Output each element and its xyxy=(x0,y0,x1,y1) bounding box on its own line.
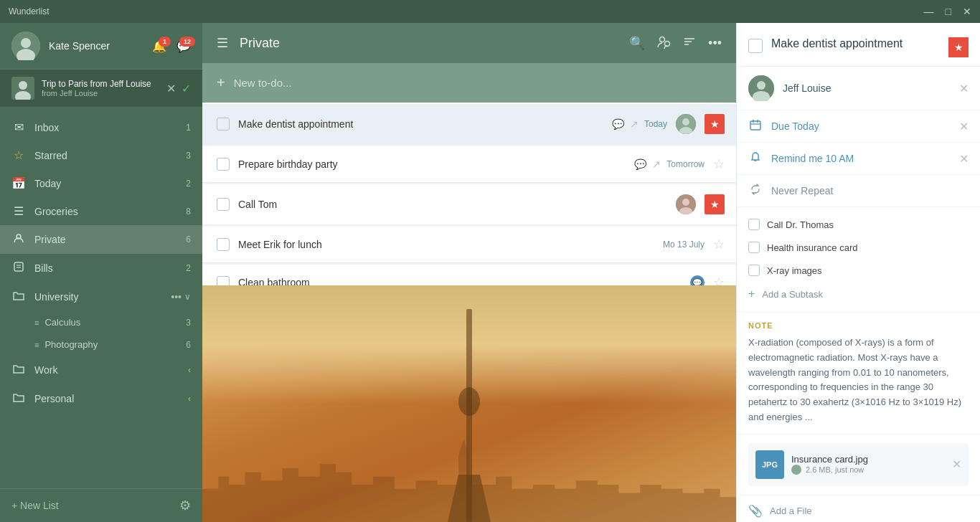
subtask-checkbox[interactable] xyxy=(748,265,760,276)
bills-label: Bills xyxy=(34,262,177,274)
add-file-label: Add a File xyxy=(770,506,812,516)
task-star-button[interactable]: ☆ xyxy=(713,237,725,252)
subtask-checkbox[interactable] xyxy=(748,242,760,253)
personal-folder-icon xyxy=(11,392,26,406)
note-label: NOTE xyxy=(748,321,969,330)
assign-icon[interactable] xyxy=(656,34,671,52)
task-row[interactable]: Meet Erik for lunch Mo 13 July ☆ xyxy=(202,227,736,263)
detail-remind-row[interactable]: Remind me 10 AM ✕ xyxy=(737,143,980,175)
attachment-size: 2.6 MB, just now xyxy=(806,465,864,474)
search-icon[interactable]: 🔍 xyxy=(629,35,645,51)
group-header-university[interactable]: University ••• ∨ xyxy=(0,283,202,311)
app-title: Wunderlist xyxy=(9,6,924,16)
attachment-close-button[interactable]: ✕ xyxy=(952,457,961,471)
add-subtask-button[interactable]: + Add a Subtask xyxy=(737,282,980,306)
task-star-flag[interactable]: ★ xyxy=(705,194,725,214)
inbox-label: Inbox xyxy=(34,122,177,133)
task-name: Call Tom xyxy=(238,199,659,210)
due-date-text: Due Today xyxy=(771,120,951,132)
sidebar-item-starred[interactable]: ☆ Starred 3 xyxy=(0,141,202,169)
settings-icon[interactable]: ⚙ xyxy=(179,498,191,513)
close-button[interactable]: ✕ xyxy=(963,6,971,17)
sidebar-item-bills[interactable]: Bills 2 xyxy=(0,254,202,283)
assigned-close-button[interactable]: ✕ xyxy=(959,82,969,95)
task-name: Meet Erik for lunch xyxy=(238,239,654,250)
sidebar-item-today[interactable]: 📅 Today 2 xyxy=(0,169,202,197)
inbox-count: 1 xyxy=(186,123,191,133)
new-list-button[interactable]: + New List xyxy=(11,500,179,511)
task-name: Make dentist appointment xyxy=(238,118,603,130)
university-group-actions: ••• ∨ xyxy=(171,291,191,303)
personal-label: Personal xyxy=(34,393,179,404)
detail-repeat-row[interactable]: Never Repeat xyxy=(737,175,980,207)
background-image xyxy=(202,285,736,522)
subtask-label: Call Dr. Thomas xyxy=(767,219,969,230)
minimize-button[interactable]: — xyxy=(924,6,934,17)
due-close-button[interactable]: ✕ xyxy=(959,120,969,133)
task-list: Make dentist appointment 💬 ↗ Today ★ xyxy=(202,104,736,301)
comment-icon: 💬 xyxy=(634,158,646,170)
calculus-list-icon: ≡ xyxy=(34,318,39,327)
remind-close-button[interactable]: ✕ xyxy=(959,152,969,166)
header-icons: 🔔 1 💬 12 xyxy=(152,39,191,53)
group-header-personal[interactable]: Personal ‹ xyxy=(0,384,202,413)
bell-remind-icon xyxy=(748,151,763,166)
notif-accept-button[interactable]: ✓ xyxy=(182,82,191,95)
bills-nav-icon xyxy=(11,261,26,275)
task-date: Mo 13 July xyxy=(663,239,705,250)
today-label: Today xyxy=(34,178,177,189)
task-checkbox[interactable] xyxy=(217,238,230,251)
sidebar-item-groceries[interactable]: ☰ Groceries 8 xyxy=(0,197,202,225)
hamburger-icon[interactable]: ☰ xyxy=(217,35,228,51)
new-todo-area: + New to-do... xyxy=(202,63,736,103)
inbox-icon[interactable]: 💬 12 xyxy=(176,39,191,53)
more-icon[interactable]: ••• xyxy=(708,36,722,51)
photography-label: Photography xyxy=(44,339,180,350)
subtask-label: Health insurance card xyxy=(767,242,969,253)
detail-assigned: Jeff Louise ✕ xyxy=(737,67,980,110)
sort-icon[interactable] xyxy=(682,34,697,52)
repeat-icon xyxy=(748,184,763,198)
new-todo-button[interactable]: + New to-do... xyxy=(217,63,722,103)
task-star-flag[interactable]: ★ xyxy=(705,114,725,134)
task-row[interactable]: Make dentist appointment 💬 ↗ Today ★ xyxy=(202,104,736,145)
task-checkbox[interactable] xyxy=(217,118,230,130)
photography-count: 6 xyxy=(186,340,191,350)
university-chevron-icon[interactable]: ∨ xyxy=(184,292,191,302)
personal-chevron-icon[interactable]: ‹ xyxy=(188,394,191,404)
work-chevron-icon[interactable]: ‹ xyxy=(188,365,191,375)
university-more-icon[interactable]: ••• xyxy=(171,291,182,303)
svg-point-19 xyxy=(682,199,689,206)
detail-star-flag[interactable]: ★ xyxy=(948,37,969,57)
subtask-item: Call Dr. Thomas xyxy=(737,213,980,236)
groceries-count: 8 xyxy=(186,207,191,217)
sidebar-item-photography[interactable]: ≡ Photography 6 xyxy=(0,333,202,356)
bell-icon[interactable]: 🔔 1 xyxy=(152,39,166,53)
today-count: 2 xyxy=(186,179,191,189)
note-text[interactable]: X-radiation (composed of X-rays) is a fo… xyxy=(748,336,969,425)
groceries-label: Groceries xyxy=(34,206,177,217)
list-title: Private xyxy=(240,36,618,51)
group-header-work[interactable]: Work ‹ xyxy=(0,356,202,384)
task-row[interactable]: Call Tom ★ xyxy=(202,184,736,225)
new-todo-placeholder[interactable]: New to-do... xyxy=(234,77,292,89)
detail-task-checkbox[interactable] xyxy=(748,39,763,53)
notif-dismiss-button[interactable]: ✕ xyxy=(166,82,176,95)
maximize-button[interactable]: □ xyxy=(946,6,951,17)
private-label: Private xyxy=(34,234,177,245)
task-star-button[interactable]: ☆ xyxy=(713,156,725,172)
window-controls: — □ ✕ xyxy=(924,6,971,17)
sidebar-item-inbox[interactable]: ✉ Inbox 1 xyxy=(0,113,202,141)
subtask-checkbox[interactable] xyxy=(748,219,760,230)
main-content: ☰ Private 🔍 ••• xyxy=(202,23,736,522)
task-checkbox[interactable] xyxy=(217,158,230,171)
user-name: Kate Spencer xyxy=(49,40,143,52)
groceries-nav-icon: ☰ xyxy=(11,204,26,218)
attachment-section: JPG Insurance card.jpg 2.6 MB, just now … xyxy=(737,435,980,495)
sidebar-item-private[interactable]: Private 6 xyxy=(0,225,202,254)
task-checkbox[interactable] xyxy=(217,198,230,211)
add-file-button[interactable]: 📎 Add a File xyxy=(737,495,980,522)
task-row[interactable]: Prepare birthday party 💬 ↗ Tomorrow ☆ xyxy=(202,146,736,183)
detail-due-row[interactable]: Due Today ✕ xyxy=(737,110,980,143)
sidebar-item-calculus[interactable]: ≡ Calculus 3 xyxy=(0,311,202,333)
